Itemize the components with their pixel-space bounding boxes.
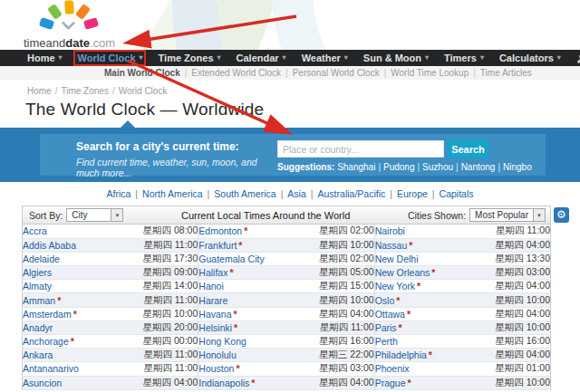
local-time: 星期四 08:00 [135,225,198,238]
region-link-capitals[interactable]: Capitals [440,188,474,199]
subnav-item-extended-world-clock[interactable]: Extended World Clock [191,68,281,78]
city-link-amsterdam[interactable]: Amsterdam [23,309,72,320]
subnav-item-main-world-clock[interactable]: Main World Clock [104,68,180,78]
local-time: 星期四 04:00 [311,307,374,320]
city-link-antananarivo[interactable]: Antananarivo [23,363,79,374]
site-logo[interactable]: timeanddate.com [24,2,132,49]
city-link-algiers[interactable]: Algiers [23,267,52,278]
city-link-phoenix[interactable]: Phoenix [375,363,410,374]
suggestion-link-suzhou[interactable]: Suzhou [422,162,453,172]
city-link-adelaide[interactable]: Adelaide [23,253,60,264]
city-link-paris[interactable]: Paris [375,322,397,333]
city-link-hong-kong[interactable]: Hong Kong [198,336,246,347]
city-link-nassau[interactable]: Nassau [375,240,408,251]
city-link-halifax[interactable]: Halifax [198,267,227,278]
nav-item-home[interactable]: Home▾ [27,53,63,63]
local-time: 星期四 10:00 [311,238,374,252]
city-cell: Adelaide [23,252,135,265]
city-link-honolulu[interactable]: Honolulu [198,349,236,360]
suggestion-link-ningbo[interactable]: Ningbo [503,162,532,172]
city-link-anchorage[interactable]: Anchorage [23,336,69,347]
nav-item-calculators[interactable]: Calculators▾ [499,53,561,63]
city-link-perth[interactable]: Perth [375,336,398,347]
city-link-havana[interactable]: Havana [198,309,231,320]
city-link-accra[interactable]: Accra [23,225,47,236]
city-link-anadyr[interactable]: Anadyr [23,322,53,333]
breadcrumb-separator: / [112,86,115,96]
nav-item-world-clock[interactable]: World Clock▾ [78,53,143,63]
nav-item-time-zones[interactable]: Time Zones▾ [159,53,221,63]
region-link-africa[interactable]: Africa [106,188,130,199]
city-link-harare[interactable]: Harare [198,295,227,306]
region-link-asia[interactable]: Asia [287,188,305,199]
city-link-edmonton[interactable]: Edmonton [198,225,242,236]
region-links: Africa|North America|South America|Asia|… [0,182,580,204]
gear-icon[interactable]: ⚙ [554,207,569,223]
subnav-item-world-time-lookup[interactable]: World Time Lookup [391,68,469,78]
dst-asterisk: * [244,225,247,236]
city-link-frankfurt[interactable]: Frankfurt [198,240,237,251]
breadcrumb: Home/Time Zones/World Clock [27,86,580,96]
world-clock-subnav: Main World Clock|Extended World Clock|Pe… [0,66,580,80]
city-link-new-orleans[interactable]: New Orleans [375,267,430,278]
breadcrumb-item-time-zones[interactable]: Time Zones [61,86,108,96]
city-cell: Phoenix [374,362,487,376]
cities-shown-select[interactable]: Most Popular ▼ [469,208,546,222]
main-nav: Home▾World Clock▾Time Zones▾Calendar▾Wea… [0,50,580,66]
dst-asterisk: * [236,363,239,374]
city-link-almaty[interactable]: Almaty [23,281,52,292]
table-row: Accra星期四 08:00Edmonton*星期四 02:00Nairobi星… [23,225,551,238]
nav-item-timers[interactable]: Timers▾ [444,53,484,63]
region-link-australia-pacific[interactable]: Australia/Pacific [318,188,386,199]
nav-item-label: Sun & Moon [363,53,421,63]
region-link-north-america[interactable]: North America [142,188,203,199]
city-link-ottawa[interactable]: Ottawa [375,309,405,320]
dst-asterisk: * [234,322,237,333]
table-row: Amman*星期四 11:00Harare星期四 10:00Oslo*星期四 1… [23,293,551,307]
logo-petal-yellow [64,0,74,14]
local-time: 星期四 11:00 [135,362,198,376]
suggestion-link-shanghai[interactable]: Shanghai [337,162,375,172]
city-link-addis-ababa[interactable]: Addis Ababa [23,240,76,251]
nav-item-weather[interactable]: Weather▾ [302,53,348,63]
banner-decorative-arc [272,0,580,50]
subnav-item-personal-world-clock[interactable]: Personal World Clock [293,68,380,78]
city-link-asuncion[interactable]: Asuncion [23,378,62,388]
search-input[interactable] [277,140,444,158]
city-link-oslo[interactable]: Oslo [375,295,395,306]
city-link-hanoi[interactable]: Hanoi [198,281,223,292]
account-icon[interactable] [576,53,580,63]
nav-item-sun-moon[interactable]: Sun & Moon▾ [363,53,429,63]
breadcrumb-item-world-clock[interactable]: World Clock [119,86,168,96]
breadcrumb-item-home[interactable]: Home [27,86,52,96]
local-time: 星期四 13:30 [487,252,550,265]
table-row: Adelaide星期四 17:30Guatemala City星期四 02:00… [23,252,551,265]
search-panel: Search for a city's current time: Find c… [40,134,546,176]
city-link-helsinki[interactable]: Helsinki [198,322,232,333]
city-link-houston[interactable]: Houston [198,363,234,374]
dst-asterisk: * [71,336,74,347]
region-link-south-america[interactable]: South America [214,188,276,199]
city-link-prague[interactable]: Prague [375,378,406,388]
suggestion-link-nantong[interactable]: Nantong [461,162,496,172]
city-link-amman[interactable]: Amman [23,295,55,306]
city-link-indianapolis[interactable]: Indianapolis [198,378,249,388]
city-link-new-delhi[interactable]: New Delhi [375,253,419,264]
city-cell: Nairobi [374,225,487,238]
nav-item-calendar[interactable]: Calendar▾ [237,53,286,63]
region-link-europe[interactable]: Europe [397,188,428,199]
city-link-new-york[interactable]: New York [375,281,415,292]
cities-shown-label: Cities Shown: [408,210,466,221]
subnav-item-time-articles[interactable]: Time Articles [480,68,532,78]
city-link-philadelphia[interactable]: Philadelphia [375,349,427,360]
search-band: Search for a city's current time: Find c… [0,128,580,182]
local-time: 星期四 10:00 [487,320,550,334]
city-link-ankara[interactable]: Ankara [23,349,53,360]
nav-item-label: Weather [302,53,341,63]
suggestion-link-pudong[interactable]: Pudong [383,162,414,172]
city-link-nairobi[interactable]: Nairobi [375,225,405,236]
sort-by-select[interactable]: City ▼ [66,208,123,222]
city-link-guatemala-city[interactable]: Guatemala City [198,253,264,264]
main-nav-items: Home▾World Clock▾Time Zones▾Calendar▾Wea… [27,53,576,63]
search-button[interactable]: Search [448,139,488,158]
